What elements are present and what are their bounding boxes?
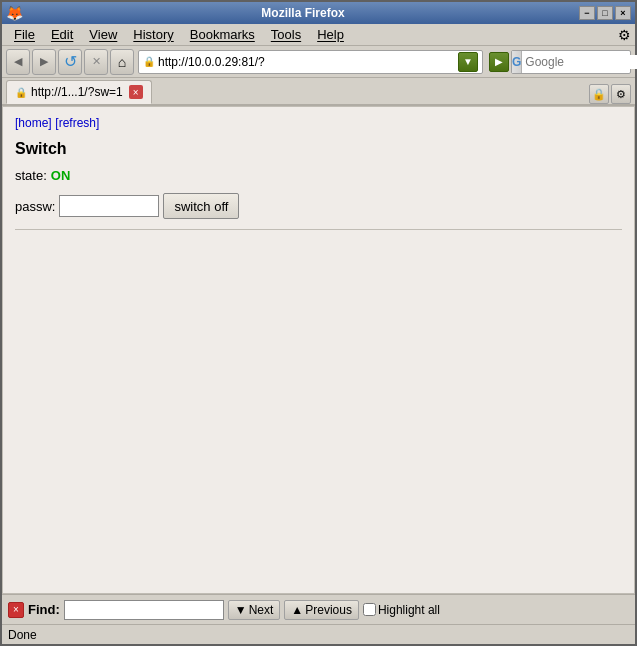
tab-close-button[interactable]: × (129, 85, 143, 99)
menu-edit[interactable]: Edit (43, 25, 81, 44)
nav-toolbar: ◀ ▶ ↺ ✕ ⌂ 🔒 ▼ ▶ G (2, 46, 635, 78)
home-icon: ⌂ (118, 54, 126, 70)
find-close-button[interactable]: × (8, 602, 24, 618)
tab-label: http://1...1/?sw=1 (31, 85, 123, 99)
find-prev-icon: ▲ (291, 603, 303, 617)
tab-gear-icon[interactable]: ⚙ (611, 84, 631, 104)
tab-right-icons: 🔒 ⚙ (589, 84, 631, 104)
find-next-button[interactable]: ▼ Next (228, 600, 281, 620)
window-controls: − □ × (579, 6, 631, 20)
page-title: Switch (15, 140, 622, 158)
go-icon: ▶ (495, 56, 503, 67)
passw-input[interactable] (59, 195, 159, 217)
menu-bar: File Edit View History Bookmarks Tools H… (2, 24, 635, 46)
search-input[interactable] (522, 55, 637, 69)
stop-button[interactable]: ✕ (84, 49, 108, 75)
webpage-content: [home] [refresh] Switch state: ON passw:… (2, 106, 635, 594)
tab-favicon: 🔒 (15, 87, 27, 98)
url-input[interactable] (158, 55, 456, 69)
menu-file[interactable]: File (6, 25, 43, 44)
tab-bar: 🔒 http://1...1/?sw=1 × 🔒 ⚙ (2, 78, 635, 106)
settings-icon[interactable]: ⚙ (618, 27, 631, 43)
home-link[interactable]: [home] (15, 116, 52, 130)
url-dropdown-button[interactable]: ▼ (458, 52, 478, 72)
search-engine-icon[interactable]: G (512, 51, 522, 73)
restore-button[interactable]: □ (597, 6, 613, 20)
search-container: G 🔍 (511, 50, 631, 74)
firefox-icon: 🦊 (6, 5, 23, 21)
google-icon: G (512, 55, 521, 69)
back-button[interactable]: ◀ (6, 49, 30, 75)
menu-bookmarks[interactable]: Bookmarks (182, 25, 263, 44)
refresh-link[interactable]: [refresh] (55, 116, 99, 130)
highlight-all-text: Highlight all (378, 603, 440, 617)
state-value: ON (51, 168, 71, 183)
highlight-all-checkbox[interactable] (363, 603, 376, 616)
content-divider (15, 229, 622, 230)
find-prev-button[interactable]: ▲ Previous (284, 600, 359, 620)
find-label: Find: (28, 602, 60, 617)
browser-window: 🦊 Mozilla Firefox − □ × File Edit View H… (0, 0, 637, 646)
menu-help[interactable]: Help (309, 25, 352, 44)
title-bar: 🦊 Mozilla Firefox − □ × (2, 2, 635, 24)
go-button[interactable]: ▶ (489, 52, 509, 72)
status-bar: Done (2, 624, 635, 644)
state-row: state: ON (15, 168, 622, 183)
state-label: state: (15, 168, 47, 183)
menu-history[interactable]: History (125, 25, 181, 44)
minimize-button[interactable]: − (579, 6, 595, 20)
switch-off-button[interactable]: switch off (163, 193, 239, 219)
url-bar-container: 🔒 ▼ (138, 50, 483, 74)
status-text: Done (8, 628, 37, 642)
window-title: Mozilla Firefox (27, 6, 579, 20)
find-next-icon: ▼ (235, 603, 247, 617)
find-bar: × Find: ▼ Next ▲ Previous Highlight all (2, 594, 635, 624)
passw-label: passw: (15, 199, 55, 214)
reload-button[interactable]: ↺ (58, 49, 82, 75)
url-favicon: 🔒 (143, 56, 155, 67)
nav-links: [home] [refresh] (15, 115, 622, 130)
active-tab[interactable]: 🔒 http://1...1/?sw=1 × (6, 80, 152, 104)
close-button[interactable]: × (615, 6, 631, 20)
forward-button[interactable]: ▶ (32, 49, 56, 75)
forward-icon: ▶ (40, 55, 48, 68)
find-close-icon: × (13, 604, 19, 615)
find-prev-label: Previous (305, 603, 352, 617)
reload-icon: ↺ (64, 52, 77, 71)
menu-view[interactable]: View (81, 25, 125, 44)
menu-tools[interactable]: Tools (263, 25, 309, 44)
highlight-all-label[interactable]: Highlight all (363, 603, 440, 617)
find-input[interactable] (64, 600, 224, 620)
back-icon: ◀ (14, 55, 22, 68)
passw-row: passw: switch off (15, 193, 622, 219)
home-button[interactable]: ⌂ (110, 49, 134, 75)
find-next-label: Next (249, 603, 274, 617)
tab-lock-icon[interactable]: 🔒 (589, 84, 609, 104)
stop-icon: ✕ (92, 55, 101, 68)
